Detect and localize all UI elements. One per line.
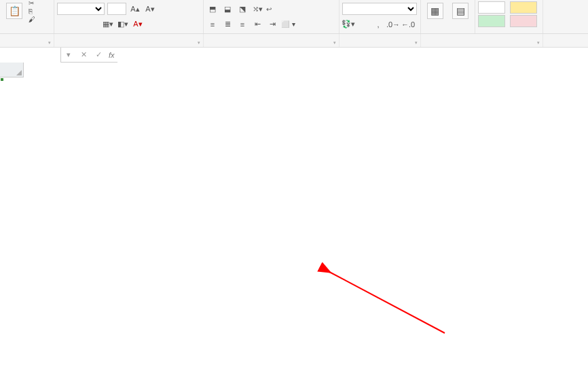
italic-button[interactable]	[72, 18, 84, 31]
svg-line-1	[329, 272, 445, 333]
group-label-clipboard	[0, 34, 54, 47]
increase-decimal-icon[interactable]: .0→	[387, 18, 399, 31]
underline-button[interactable]	[87, 18, 99, 31]
currency-icon[interactable]: 💱▾	[342, 18, 354, 31]
style-good[interactable]	[478, 15, 505, 27]
style-neutral[interactable]	[510, 15, 537, 27]
merge-center-button[interactable]: ⬜ ▾	[281, 20, 295, 28]
fill-color-button[interactable]: ◧▾	[117, 18, 129, 31]
copy-button[interactable]: ⎘	[29, 7, 37, 15]
percent-icon[interactable]	[357, 18, 369, 31]
font-family-select[interactable]	[57, 3, 105, 15]
group-label-number	[339, 34, 421, 47]
selection-outline	[0, 77, 3, 80]
fill-handle[interactable]	[0, 77, 4, 82]
style-bad[interactable]	[510, 1, 537, 14]
style-normal[interactable]	[478, 1, 505, 14]
group-label-font	[54, 34, 204, 47]
group-label-alignment	[204, 34, 339, 47]
fx-icon[interactable]: fx	[109, 51, 115, 59]
wrap-text-button[interactable]: ↩	[266, 5, 273, 13]
conditional-format-button[interactable]: ▦	[424, 3, 447, 20]
align-center-icon[interactable]: ≣	[221, 18, 234, 31]
decrease-decimal-icon[interactable]: ←.0	[402, 18, 414, 31]
increase-font-icon[interactable]: A▴	[129, 3, 141, 15]
number-format-select[interactable]	[342, 3, 417, 15]
bold-button[interactable]	[57, 18, 69, 31]
indent-inc-icon[interactable]: ⇥	[266, 18, 278, 31]
align-top-icon[interactable]: ⬒	[206, 3, 219, 15]
font-color-button[interactable]: A▾	[132, 18, 144, 31]
group-label-styles	[421, 34, 543, 47]
comma-icon[interactable]: ,	[372, 18, 384, 31]
formula-input[interactable]	[117, 48, 588, 63]
ribbon: 📋 ✂ ⎘ 🖌 A▴ A▾ ▦▾ ◧▾ A▾ ⬒ ⬓	[0, 0, 588, 34]
cut-button[interactable]: ✂	[29, 0, 37, 7]
align-right-icon[interactable]: ≡	[236, 18, 249, 31]
accept-formula-icon[interactable]: ✓	[91, 48, 106, 63]
table-format-button[interactable]: ▤	[449, 3, 473, 20]
formula-bar: ▾ ✕ ✓ fx	[0, 48, 588, 63]
orientation-icon[interactable]: ⤭▾	[251, 3, 263, 15]
worksheet-grid[interactable]	[0, 63, 588, 77]
select-all-corner[interactable]	[0, 63, 24, 77]
align-bottom-icon[interactable]: ⬔	[236, 3, 249, 15]
format-painter-button[interactable]: 🖌	[29, 16, 37, 23]
name-box-dropdown-icon[interactable]: ▾	[61, 48, 76, 63]
align-middle-icon[interactable]: ⬓	[221, 3, 234, 15]
cancel-formula-icon[interactable]: ✕	[76, 48, 91, 63]
border-button[interactable]: ▦▾	[102, 18, 114, 31]
align-left-icon[interactable]: ≡	[206, 18, 219, 31]
name-box[interactable]	[0, 48, 61, 63]
indent-dec-icon[interactable]: ⇤	[251, 18, 263, 31]
font-size-input[interactable]	[107, 3, 126, 15]
paste-button[interactable]: 📋	[3, 3, 26, 20]
decrease-font-icon[interactable]: A▾	[144, 3, 156, 15]
ribbon-group-labels	[0, 34, 588, 48]
